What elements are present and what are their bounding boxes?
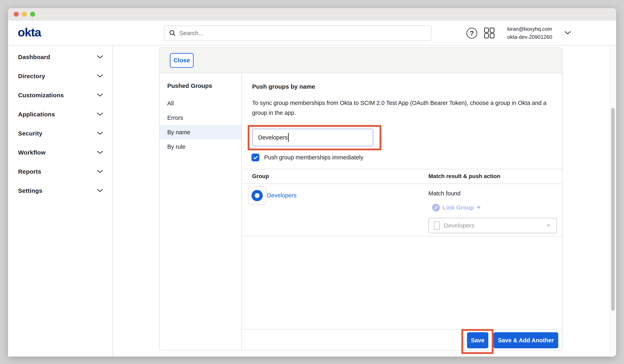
zoom-window-icon[interactable]: [30, 12, 35, 17]
match-status: Match found: [428, 190, 461, 197]
panel-title: Push groups by name: [252, 83, 315, 90]
account-chevron-down-icon[interactable]: [565, 31, 571, 35]
scrollbar-thumb[interactable]: [611, 108, 615, 311]
sidebar-nav: Dashboard Directory Customizations Appli…: [8, 45, 113, 357]
link-group-caret-icon: [477, 207, 481, 209]
pushed-groups-list: All Errors By name By rule: [160, 96, 241, 154]
footer-divider: [242, 329, 562, 329]
search-placeholder: Search...: [179, 30, 204, 37]
chevron-down-icon: [97, 151, 103, 154]
chevron-down-icon: [97, 189, 103, 192]
panel-description: To sync group memberships from Okta to S…: [252, 98, 558, 118]
okta-logo: okta: [18, 25, 41, 39]
search-input[interactable]: Search...: [164, 25, 431, 41]
group-name-link[interactable]: Developers: [267, 192, 296, 199]
account-org: okta-dev-20901260: [501, 33, 559, 41]
close-window-icon[interactable]: [14, 12, 19, 17]
push-immediately-row: Push group memberships immediately: [252, 154, 363, 161]
chevron-down-icon: [97, 132, 103, 135]
link-icon: [432, 204, 440, 211]
browser-window: okta Search... ? kiran@boxyhq.com okta-d…: [8, 8, 616, 357]
sidebar-item-security[interactable]: Security: [8, 124, 113, 143]
sidebar-item-dashboard[interactable]: Dashboard: [8, 48, 113, 67]
push-by-name-panel: Push groups by name To sync group member…: [242, 74, 562, 350]
pushed-groups-item-by-name[interactable]: By name: [160, 125, 241, 139]
app-header: okta Search... ? kiran@boxyhq.com okta-d…: [8, 21, 616, 45]
chevron-down-icon: [97, 55, 103, 59]
sidebar-item-directory[interactable]: Directory: [8, 67, 113, 86]
sidebar-item-customizations[interactable]: Customizations: [8, 86, 113, 105]
column-header-group: Group: [252, 173, 269, 180]
card-body: Pushed Groups All Errors By name By rule…: [160, 74, 562, 350]
save-button[interactable]: Save: [467, 332, 488, 348]
scrollbar-track[interactable]: [610, 45, 616, 356]
select-caret-icon: [547, 225, 550, 227]
help-icon[interactable]: ?: [467, 28, 477, 39]
group-avatar: [248, 186, 266, 205]
pushed-groups-title: Pushed Groups: [167, 82, 241, 89]
link-group-label: Link Group: [443, 205, 474, 211]
sidebar-item-applications[interactable]: Applications: [8, 105, 113, 124]
divider: [242, 236, 562, 236]
push-groups-card: Close Pushed Groups All Errors By name B…: [159, 48, 563, 351]
account-email: kiran@boxyhq.com: [501, 25, 559, 33]
chevron-down-icon: [97, 113, 103, 116]
divider: [242, 169, 562, 169]
column-header-match: Match result & push action: [428, 173, 500, 180]
link-group-button[interactable]: Link Group: [432, 204, 481, 211]
search-icon: [169, 29, 176, 37]
close-button[interactable]: Close: [170, 53, 194, 68]
text-cursor: [288, 133, 289, 142]
sidebar-item-workflow[interactable]: Workflow: [8, 143, 113, 162]
account-info[interactable]: kiran@boxyhq.com okta-dev-20901260: [501, 25, 559, 41]
window-titlebar: [8, 8, 616, 21]
push-immediately-checkbox[interactable]: [252, 154, 259, 161]
sidebar-item-settings[interactable]: Settings: [8, 181, 113, 200]
sidebar-item-reports[interactable]: Reports: [8, 162, 113, 181]
pushed-groups-item-by-rule[interactable]: By rule: [160, 139, 241, 154]
app-group-value: Developers: [444, 222, 542, 229]
group-search-input[interactable]: Developers: [252, 129, 373, 146]
group-icon: [252, 190, 263, 201]
card-header: Close: [160, 48, 562, 73]
app-group-select[interactable]: Developers: [428, 218, 557, 233]
pushed-groups-panel: Pushed Groups All Errors By name By rule: [160, 74, 242, 350]
save-add-another-button[interactable]: Save & Add Another: [494, 332, 558, 348]
chevron-down-icon: [97, 170, 103, 173]
pushed-groups-item-all[interactable]: All: [160, 96, 241, 110]
pushed-groups-item-errors[interactable]: Errors: [160, 110, 241, 125]
group-search-value: Developers: [258, 134, 288, 141]
minimize-window-icon[interactable]: [22, 12, 27, 17]
chevron-down-icon: [97, 74, 103, 78]
apps-grid-icon[interactable]: [484, 27, 494, 39]
push-immediately-label: Push group memberships immediately: [264, 154, 363, 161]
chevron-down-icon: [97, 93, 103, 97]
group-doc-icon: [434, 221, 440, 230]
divider: [242, 183, 562, 184]
